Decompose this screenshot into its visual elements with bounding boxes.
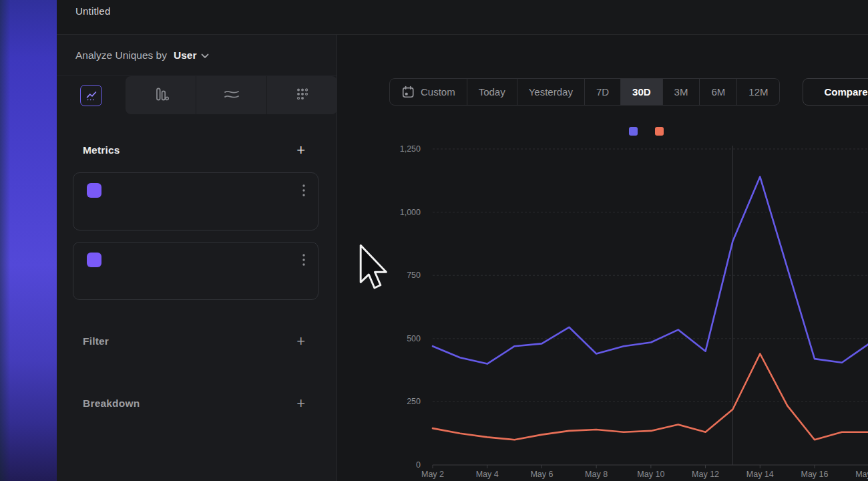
add-breakdown-button[interactable]: + — [296, 396, 305, 411]
metric-letter-badge — [87, 183, 101, 198]
background-gradient-strip — [0, 0, 57, 481]
analyze-entity-dropdown[interactable]: User — [174, 49, 209, 61]
chart-type-tabs — [57, 75, 337, 114]
screenshot-stage: Untitled Analyze Uniques by User Metrics — [0, 0, 868, 481]
x-axis-label: May 10 — [637, 470, 664, 479]
app-header: Untitled — [57, 0, 868, 35]
x-axis-label: May 6 — [530, 470, 553, 479]
y-axis-label: 1,000 — [400, 208, 421, 217]
y-axis-label: 250 — [407, 397, 421, 406]
x-axis-label: May 12 — [692, 470, 719, 479]
series-line-a[interactable] — [433, 177, 868, 364]
metrics-title: Metrics — [83, 144, 120, 156]
tab-insights-line[interactable] — [57, 76, 126, 114]
add-metric-button[interactable]: + — [296, 143, 305, 158]
x-axis-label: May 4 — [476, 470, 499, 479]
metric-list — [57, 172, 337, 300]
report-title[interactable]: Untitled — [75, 5, 110, 17]
metric-card-a[interactable] — [73, 172, 318, 230]
metric-options-button[interactable] — [302, 253, 306, 269]
tab-bar-chart[interactable] — [126, 76, 196, 114]
y-axis-label: 0 — [416, 460, 421, 470]
y-axis-label: 1,250 — [400, 144, 421, 154]
flow-icon — [223, 87, 240, 104]
line-chart[interactable]: 02505007501,0001,250May 2May 4May 6May 8… — [337, 35, 868, 481]
breakdown-title: Breakdown — [83, 397, 140, 410]
metric-card-b[interactable] — [73, 242, 318, 300]
filter-section-header: Filter + — [57, 334, 337, 349]
x-axis-label: May 14 — [746, 470, 774, 479]
metrics-section-header: Metrics + — [57, 143, 337, 158]
tab-flow[interactable] — [196, 76, 266, 114]
retention-grid-icon — [295, 87, 310, 104]
x-axis-label: May 18 — [855, 470, 868, 479]
chart-panel: CustomTodayYesterday7D30D3M6M12M Compare… — [337, 35, 868, 481]
metric-letter-badge — [87, 253, 101, 267]
series-line-b[interactable] — [433, 354, 868, 440]
y-axis-label: 750 — [407, 271, 421, 280]
x-axis-label: May 2 — [421, 470, 444, 479]
sidebar: Analyze Uniques by User Metrics + Fil — [57, 35, 337, 481]
chevron-down-icon — [201, 53, 209, 59]
metric-options-button[interactable] — [302, 184, 306, 199]
app-window: Untitled Analyze Uniques by User Metrics — [57, 0, 868, 481]
analyze-entity-value: User — [174, 49, 196, 61]
y-axis-label: 500 — [407, 334, 421, 343]
line-chart-icon — [80, 85, 102, 106]
tab-group — [126, 76, 337, 114]
analyze-row: Analyze Uniques by User — [57, 35, 337, 75]
x-axis-label: May 8 — [585, 470, 608, 479]
bar-chart-icon — [153, 86, 169, 105]
filter-title: Filter — [83, 335, 109, 347]
analyze-label: Analyze Uniques by — [75, 49, 167, 61]
breakdown-section-header: Breakdown + — [57, 396, 337, 411]
tab-retention-grid[interactable] — [266, 76, 337, 114]
x-axis-label: May 16 — [801, 470, 828, 479]
add-filter-button[interactable]: + — [296, 334, 305, 349]
